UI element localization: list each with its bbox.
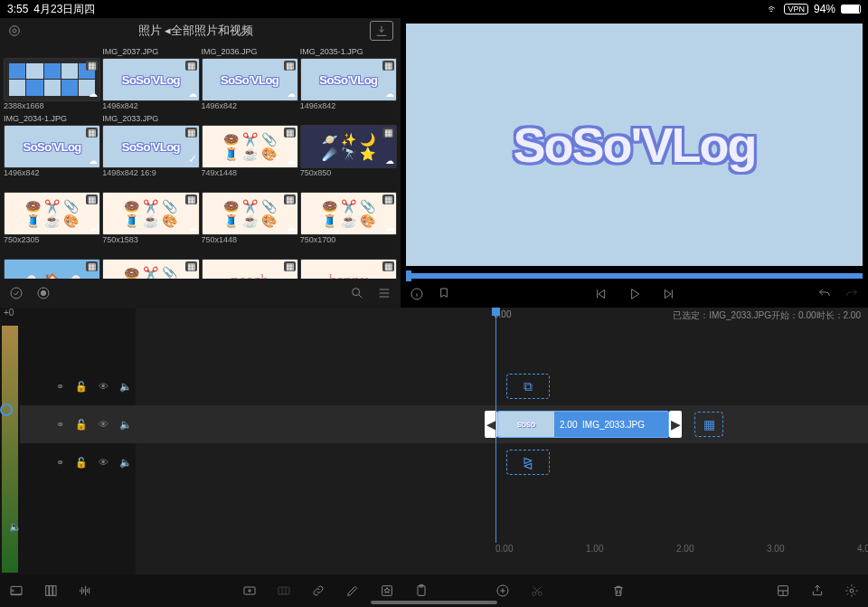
track-head-2[interactable]: ⚭ 🔓 👁 🔈 xyxy=(20,405,136,443)
timeline-clip[interactable]: SOSO 2.00 IMG_2033.JPG xyxy=(497,411,669,438)
add-icon[interactable] xyxy=(495,583,510,598)
mute-icon[interactable]: 🔈 xyxy=(119,457,132,469)
lock-icon[interactable]: 🔓 xyxy=(75,381,88,393)
marker-icon[interactable] xyxy=(437,287,451,301)
library-item[interactable]: 🍩 ✂️ 📎🧵 ☕ 🎨☁▦750x2305 xyxy=(4,181,100,246)
link-icon[interactable]: ⚭ xyxy=(56,381,64,393)
effects-icon[interactable] xyxy=(380,583,394,598)
frames-icon[interactable] xyxy=(43,583,58,598)
preview-scrubber[interactable] xyxy=(406,273,863,279)
svg-point-2 xyxy=(11,288,22,299)
svg-point-0 xyxy=(13,29,16,33)
library-item[interactable]: 🍩 ✂️ 📎🧵 ☕ 🎨☁▦750x1448 xyxy=(202,181,298,246)
prev-frame-icon[interactable] xyxy=(593,287,608,301)
library-item[interactable]: ☁️ 🏠 ☁️☁▦ xyxy=(4,248,100,279)
delete-icon[interactable] xyxy=(611,583,626,598)
library-item[interactable]: happy☁▦ xyxy=(300,248,397,279)
playhead[interactable] xyxy=(495,308,496,543)
mute-icon[interactable]: 🔈 xyxy=(119,381,132,393)
svg-point-4 xyxy=(41,290,45,295)
play-icon[interactable] xyxy=(627,287,642,301)
link-clip-icon[interactable] xyxy=(311,583,326,598)
library-item[interactable]: 🍩 ✂️ 📎🧵 ☕ 🎨☁▦750x1583 xyxy=(102,181,199,246)
preview-canvas[interactable]: SoSo'VLog xyxy=(406,24,863,266)
undo-icon[interactable] xyxy=(817,287,832,301)
ghost-clip-1[interactable]: ⧉ xyxy=(506,374,550,399)
next-frame-icon[interactable] xyxy=(662,287,676,301)
library-item[interactable]: 🍩 ✂️ 📎🧵 ☕ 🎨☁▦ xyxy=(102,248,199,279)
timeline-sidebar: +0 ⚭ 🔓 👁 🔈 ⚭ 🔓 👁 🔈 xyxy=(0,308,136,574)
clipboard-icon[interactable] xyxy=(414,583,429,598)
cut-icon[interactable] xyxy=(530,583,544,598)
share-icon[interactable] xyxy=(810,583,825,598)
svg-point-5 xyxy=(353,289,360,296)
library-grid: ☁▦2388x1668IMG_2037.JPGSoSo'VLog☁▦1496x8… xyxy=(0,43,401,279)
clip-thumb: SOSO xyxy=(498,412,554,437)
eye-icon[interactable]: 👁 xyxy=(99,457,108,468)
track-head-1[interactable]: ⚭ 🔓 👁 🔈 xyxy=(20,367,136,405)
ghost-clip-right[interactable]: ▦ xyxy=(694,412,723,437)
timeline-ruler-bottom[interactable]: 0.001.002.003.004.00 xyxy=(136,544,868,556)
ghost-clip-3[interactable]: ⧎ xyxy=(506,450,550,475)
svg-rect-10 xyxy=(53,586,56,596)
preview-panel: SoSo'VLog xyxy=(401,18,868,308)
link-icon[interactable]: ⚭ xyxy=(56,457,64,469)
library-item[interactable]: IMG_2034-1.JPGSoSo'VLog☁▦1496x842 xyxy=(4,114,100,179)
library-item[interactable]: IMG_2033.JPGSoSo'VLog✓▦1498x842 16:9 xyxy=(102,114,199,179)
library-item[interactable]: 🍩 ✂️ 📎🧵 ☕ 🎨☁▦749x1448 xyxy=(202,114,298,179)
lock-icon[interactable]: 🔓 xyxy=(75,419,88,431)
ruler-tick: 3.00 xyxy=(767,544,784,554)
svg-point-1 xyxy=(10,26,20,36)
transport-bar xyxy=(401,280,868,308)
selection-info: 已选定：IMG_2033.JPG开始：0.00时长：2.00 xyxy=(673,309,861,322)
ruler-tick: 1.00 xyxy=(586,544,603,554)
add-clip-icon[interactable] xyxy=(242,583,257,598)
library-footer xyxy=(0,279,401,308)
status-time: 3:55 xyxy=(7,3,28,15)
select-all-icon[interactable] xyxy=(9,286,24,300)
ruler-tick: 4.00 xyxy=(857,544,868,554)
track-head-3[interactable]: ⚭ 🔓 👁 🔈 xyxy=(20,443,136,481)
svg-point-20 xyxy=(850,589,854,593)
library-item[interactable]: IMG_2036.JPGSoSo'VLog☁▦1496x842 xyxy=(202,47,298,112)
library-item[interactable]: peach☁▦ xyxy=(202,248,298,279)
home-indicator[interactable] xyxy=(371,601,497,604)
import-icon[interactable] xyxy=(370,21,393,41)
redo-icon[interactable] xyxy=(844,287,859,301)
eye-icon[interactable]: 👁 xyxy=(99,419,108,430)
media-library: 照片 ◂全部照片和视频 ☁▦2388x1668IMG_2037.JPGSoSo'… xyxy=(0,18,401,308)
preview-logo: SoSo'VLog xyxy=(514,117,756,173)
library-title[interactable]: 照片 ◂全部照片和视频 xyxy=(22,23,370,39)
audio-meter xyxy=(2,326,18,573)
library-item[interactable]: ☁▦2388x1668 xyxy=(4,47,100,112)
list-view-icon[interactable] xyxy=(377,286,392,300)
add-track-icon[interactable] xyxy=(9,583,24,598)
waveform-icon[interactable] xyxy=(78,583,92,598)
insert-gap-icon[interactable] xyxy=(277,583,291,598)
link-icon[interactable]: ⚭ xyxy=(56,419,64,431)
settings-icon[interactable] xyxy=(844,583,859,598)
library-item[interactable]: IMG_2035-1.JPGSoSo'VLog☁▦1496x842 xyxy=(300,47,397,112)
edit-icon[interactable] xyxy=(345,583,360,598)
library-item[interactable]: 🍩 ✂️ 📎🧵 ☕ 🎨☁▦750x1700 xyxy=(300,181,397,246)
wifi-icon: ᯤ xyxy=(768,3,778,15)
status-date: 4月23日周四 xyxy=(33,2,95,17)
library-item[interactable]: IMG_2037.JPGSoSo'VLog☁▦1496x842 xyxy=(102,47,199,112)
search-icon[interactable] xyxy=(350,286,364,300)
library-item[interactable]: 🪐 ✨ 🌙☄️ 🔭 ⭐☁▦750x850 xyxy=(300,114,397,179)
app-settings-icon[interactable] xyxy=(7,24,22,38)
battery-icon xyxy=(841,5,861,14)
track-selector-icon[interactable] xyxy=(0,403,13,416)
ruler-tick: 2.00 xyxy=(676,544,693,554)
layout-icon[interactable] xyxy=(776,583,790,598)
mute-icon[interactable]: 🔈 xyxy=(119,419,132,431)
info-icon[interactable] xyxy=(410,287,424,301)
status-battery: 94% xyxy=(814,3,835,15)
status-vpn: VPN xyxy=(784,4,808,14)
eye-icon[interactable]: 👁 xyxy=(99,381,108,392)
master-volume-icon[interactable]: 🔈 xyxy=(9,521,22,533)
lock-icon[interactable]: 🔓 xyxy=(75,457,88,469)
clip-handle-right[interactable]: ▶ xyxy=(669,411,682,438)
record-icon[interactable] xyxy=(36,286,51,300)
timeline-body[interactable]: 0.00 已选定：IMG_2033.JPG开始：0.00时长：2.00 ⧉ ◀ … xyxy=(136,308,868,574)
